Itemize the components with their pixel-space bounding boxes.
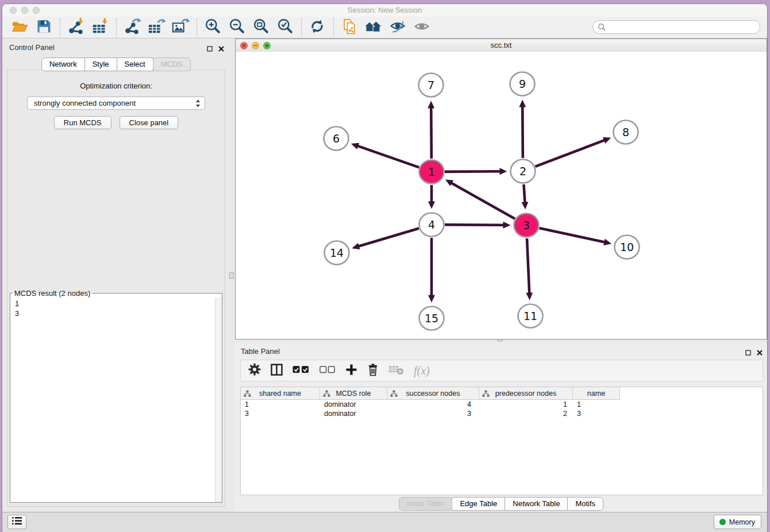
graph-edge-1-7[interactable] bbox=[431, 107, 432, 159]
export-image-button[interactable] bbox=[170, 18, 191, 37]
column-header-predecessor-nodes[interactable]: predecessor nodes bbox=[479, 387, 573, 400]
open-session-button[interactable] bbox=[9, 18, 30, 37]
export-table-button[interactable] bbox=[146, 18, 167, 37]
main-toolbar bbox=[2, 17, 767, 38]
gear-icon bbox=[248, 368, 261, 377]
tab-edge-table[interactable]: Edge Table bbox=[452, 497, 505, 511]
graph-edge-arrowhead bbox=[503, 222, 510, 229]
hide-graphics-details-button[interactable] bbox=[387, 18, 408, 37]
graph-edge-arrowhead bbox=[428, 202, 435, 209]
graph-node-label: 10 bbox=[620, 241, 634, 253]
column-header-successor-nodes[interactable]: successor nodes bbox=[387, 387, 479, 400]
column-header-mcds-role[interactable]: MCDS role bbox=[320, 387, 387, 400]
graph-edge-1-2[interactable] bbox=[445, 171, 501, 172]
memory-button[interactable]: Memory bbox=[714, 515, 761, 529]
graph-edge-arrowhead bbox=[499, 168, 507, 175]
save-session-button[interactable] bbox=[33, 18, 54, 37]
graph-edge-4-14[interactable] bbox=[358, 229, 419, 246]
tab-select[interactable]: Select bbox=[117, 57, 153, 71]
vertical-splitter-handle[interactable] bbox=[229, 272, 234, 279]
graph-edge-arrowhead bbox=[603, 137, 611, 144]
tab-node-table[interactable]: Node Table bbox=[399, 497, 453, 511]
refresh-view-button[interactable] bbox=[307, 18, 328, 37]
eye-icon bbox=[413, 18, 431, 37]
graph-edge-arrowhead bbox=[526, 292, 533, 300]
import-network-button[interactable] bbox=[66, 18, 86, 37]
zoom-fit-button[interactable] bbox=[251, 18, 271, 37]
table-panel-tabs: Node TableEdge TableNetwork TableMotifs bbox=[235, 497, 767, 511]
close-panel-icon[interactable] bbox=[218, 44, 224, 54]
graph-edge-3-1[interactable] bbox=[451, 183, 515, 219]
toolbar-separator bbox=[333, 18, 334, 37]
column-header-name[interactable]: name bbox=[573, 387, 620, 400]
deselect-all-columns-button[interactable] bbox=[319, 365, 336, 376]
table-row[interactable]: 1dominator411 bbox=[241, 400, 763, 409]
import-table-button[interactable] bbox=[90, 18, 110, 37]
graph-node-label: 8 bbox=[622, 126, 629, 138]
table-cell: 1 bbox=[573, 400, 620, 409]
list-icon bbox=[11, 516, 22, 527]
tab-network-table[interactable]: Network Table bbox=[505, 497, 568, 511]
mcds-result-title: MCDS result (2 nodes) bbox=[13, 289, 92, 298]
tab-motifs[interactable]: Motifs bbox=[567, 497, 603, 511]
search-input[interactable] bbox=[609, 21, 755, 34]
zoom-selected-button[interactable] bbox=[275, 18, 295, 37]
column-header-label: successor nodes bbox=[406, 390, 460, 398]
delete-column-button[interactable] bbox=[367, 363, 379, 379]
run-mcds-button[interactable]: Run MCDS bbox=[54, 116, 111, 129]
graph-edge-1-6[interactable] bbox=[357, 146, 419, 168]
plus-icon bbox=[345, 368, 357, 377]
split-view-button[interactable] bbox=[271, 364, 283, 378]
float-table-panel-icon[interactable] bbox=[745, 348, 751, 358]
export-table-icon bbox=[147, 18, 165, 37]
graph-edge-arrowhead bbox=[351, 143, 359, 149]
control-panel: Control Panel NetworkStyleSelectMCDS Opt… bbox=[3, 38, 229, 512]
close-panel-button[interactable]: Close panel bbox=[120, 116, 179, 129]
criterion-dropdown[interactable]: strongly connected component bbox=[27, 97, 205, 110]
mcds-result-line: 1 bbox=[15, 299, 210, 309]
table-panel-title: Table Panel bbox=[241, 347, 280, 356]
table-cell: 1 bbox=[479, 400, 573, 409]
network-from-file-button[interactable] bbox=[339, 18, 360, 37]
control-panel-tabs: NetworkStyleSelectMCDS bbox=[3, 57, 229, 71]
optimization-criterion-label: Optimization criterion: bbox=[7, 82, 225, 90]
zoom-selected-icon bbox=[277, 18, 294, 37]
column-header-shared-name[interactable]: shared name bbox=[241, 387, 320, 400]
close-table-panel-icon[interactable] bbox=[757, 348, 763, 358]
zoom-out-button[interactable] bbox=[226, 18, 247, 37]
graph-edge-2-8[interactable] bbox=[536, 140, 606, 167]
graph-edge-4-3[interactable] bbox=[445, 225, 505, 225]
eye-slash-icon bbox=[388, 18, 407, 37]
graph-edge-2-9[interactable] bbox=[522, 106, 523, 158]
graph-edge-3-11[interactable] bbox=[527, 238, 529, 294]
graph-edge-2-3[interactable] bbox=[523, 184, 525, 203]
home-icon bbox=[364, 18, 383, 37]
export-network-button[interactable] bbox=[122, 18, 143, 37]
mcds-result-scrollbar[interactable] bbox=[215, 298, 222, 502]
float-panel-icon[interactable] bbox=[207, 44, 213, 54]
tab-style[interactable]: Style bbox=[84, 57, 117, 71]
graph-edge-3-10[interactable] bbox=[539, 228, 605, 242]
graph-node-label: 3 bbox=[523, 219, 530, 232]
export-image-icon bbox=[171, 18, 190, 37]
graph-node-label: 11 bbox=[523, 310, 537, 322]
network-window-title: scc.txt bbox=[236, 41, 767, 49]
table-settings-button[interactable] bbox=[248, 363, 261, 378]
network-canvas[interactable]: 7968124314101511 bbox=[236, 52, 767, 339]
table-row[interactable]: 3dominator323 bbox=[241, 409, 763, 418]
network-window-titlebar[interactable]: scc.txt bbox=[236, 39, 767, 52]
node-table[interactable]: shared nameMCDS rolesuccessor nodesprede… bbox=[240, 387, 763, 495]
add-column-button[interactable] bbox=[345, 364, 357, 378]
show-graphics-details-button[interactable] bbox=[411, 18, 432, 37]
select-all-columns-button[interactable] bbox=[292, 365, 310, 376]
graph-edge-arrowhead bbox=[521, 202, 528, 209]
search-field[interactable] bbox=[592, 20, 760, 34]
window-title: Session: New Session bbox=[2, 6, 767, 14]
table-cell: 3 bbox=[573, 409, 620, 418]
tab-mcds[interactable]: MCDS bbox=[153, 57, 191, 71]
task-history-button[interactable] bbox=[7, 515, 26, 529]
graph-node-label: 9 bbox=[519, 78, 526, 90]
home-button[interactable] bbox=[363, 18, 384, 37]
tab-network[interactable]: Network bbox=[41, 57, 85, 71]
zoom-in-button[interactable] bbox=[202, 18, 223, 37]
